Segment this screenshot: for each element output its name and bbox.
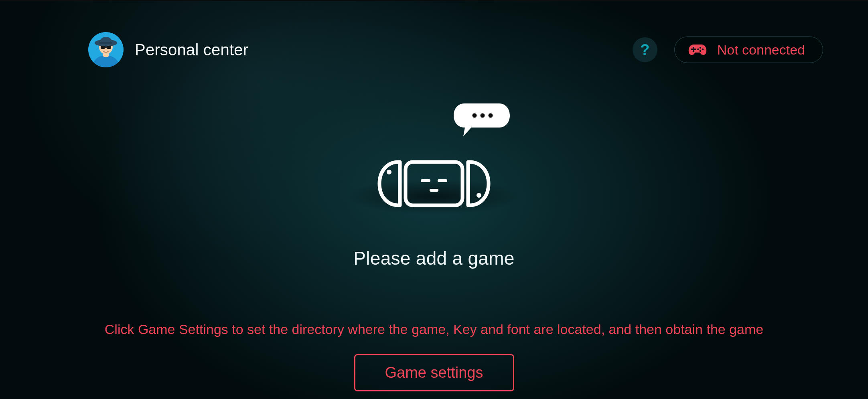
top-divider bbox=[0, 0, 868, 1]
svg-point-13 bbox=[699, 50, 701, 52]
help-icon: ? bbox=[640, 41, 649, 59]
svg-rect-22 bbox=[430, 189, 438, 192]
svg-rect-21 bbox=[438, 179, 447, 182]
svg-point-18 bbox=[387, 170, 391, 174]
avatar-icon bbox=[88, 32, 124, 67]
svg-point-15 bbox=[473, 113, 477, 118]
svg-rect-6 bbox=[101, 46, 105, 49]
svg-rect-7 bbox=[107, 46, 111, 49]
connection-status-pill[interactable]: Not connected bbox=[674, 36, 823, 63]
empty-illustration bbox=[346, 106, 522, 219]
svg-point-11 bbox=[699, 47, 701, 49]
empty-state-heading: Please add a game bbox=[353, 247, 515, 269]
svg-point-14 bbox=[697, 49, 699, 51]
header-bar: Personal center ? Not connected bbox=[88, 32, 823, 67]
svg-rect-5 bbox=[99, 42, 112, 44]
page-title: Personal center bbox=[135, 41, 248, 59]
svg-rect-20 bbox=[421, 179, 430, 182]
gamepad-icon bbox=[688, 43, 707, 56]
connection-status-label: Not connected bbox=[717, 42, 805, 58]
speech-bubble-icon bbox=[454, 103, 510, 140]
empty-state: Please add a game Click Game Settings to… bbox=[0, 106, 868, 391]
svg-rect-10 bbox=[691, 49, 696, 50]
svg-point-12 bbox=[702, 49, 704, 51]
svg-point-23 bbox=[477, 193, 481, 198]
empty-state-instruction: Click Game Settings to set the directory… bbox=[105, 320, 763, 338]
svg-point-17 bbox=[489, 113, 493, 118]
switch-console-icon bbox=[377, 160, 491, 207]
help-button[interactable]: ? bbox=[633, 37, 657, 62]
header-right-group: ? Not connected bbox=[633, 36, 823, 63]
header-left-group: Personal center bbox=[88, 32, 248, 67]
game-settings-button[interactable]: Game settings bbox=[354, 354, 514, 391]
svg-rect-8 bbox=[105, 47, 107, 48]
avatar[interactable] bbox=[88, 32, 124, 67]
svg-rect-19 bbox=[406, 162, 462, 205]
svg-point-16 bbox=[481, 113, 485, 118]
